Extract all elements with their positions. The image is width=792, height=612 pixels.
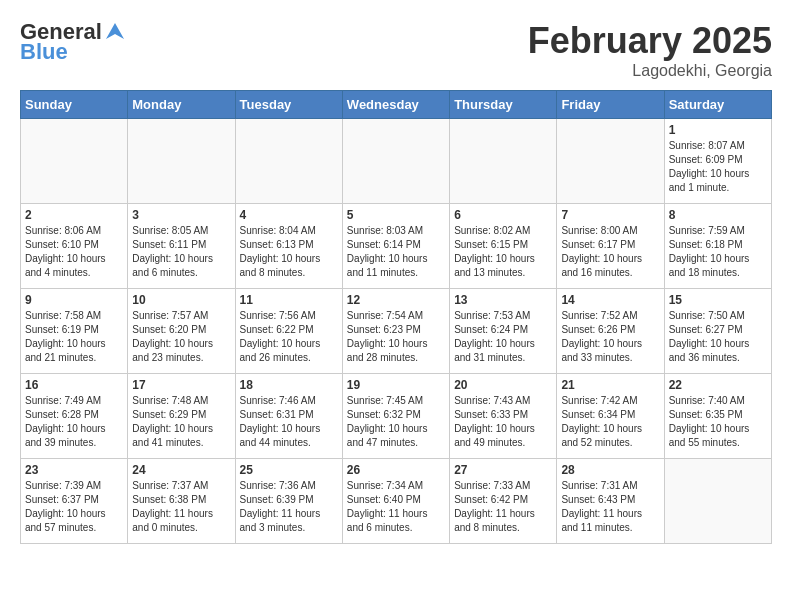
calendar-cell: 22Sunrise: 7:40 AM Sunset: 6:35 PM Dayli… bbox=[664, 374, 771, 459]
week-row-2: 2Sunrise: 8:06 AM Sunset: 6:10 PM Daylig… bbox=[21, 204, 772, 289]
day-number: 25 bbox=[240, 463, 338, 477]
day-number: 19 bbox=[347, 378, 445, 392]
day-number: 26 bbox=[347, 463, 445, 477]
day-info: Sunrise: 7:37 AM Sunset: 6:38 PM Dayligh… bbox=[132, 479, 230, 535]
calendar-cell: 7Sunrise: 8:00 AM Sunset: 6:17 PM Daylig… bbox=[557, 204, 664, 289]
calendar-cell bbox=[21, 119, 128, 204]
calendar-cell: 27Sunrise: 7:33 AM Sunset: 6:42 PM Dayli… bbox=[450, 459, 557, 544]
week-row-5: 23Sunrise: 7:39 AM Sunset: 6:37 PM Dayli… bbox=[21, 459, 772, 544]
day-number: 10 bbox=[132, 293, 230, 307]
calendar-cell: 2Sunrise: 8:06 AM Sunset: 6:10 PM Daylig… bbox=[21, 204, 128, 289]
day-number: 28 bbox=[561, 463, 659, 477]
calendar-cell: 17Sunrise: 7:48 AM Sunset: 6:29 PM Dayli… bbox=[128, 374, 235, 459]
day-info: Sunrise: 8:05 AM Sunset: 6:11 PM Dayligh… bbox=[132, 224, 230, 280]
page-header: General Blue February 2025 Lagodekhi, Ge… bbox=[20, 20, 772, 80]
calendar-cell bbox=[664, 459, 771, 544]
calendar-cell: 5Sunrise: 8:03 AM Sunset: 6:14 PM Daylig… bbox=[342, 204, 449, 289]
calendar-cell bbox=[450, 119, 557, 204]
calendar-cell: 13Sunrise: 7:53 AM Sunset: 6:24 PM Dayli… bbox=[450, 289, 557, 374]
calendar-cell bbox=[342, 119, 449, 204]
calendar-cell: 25Sunrise: 7:36 AM Sunset: 6:39 PM Dayli… bbox=[235, 459, 342, 544]
day-info: Sunrise: 7:42 AM Sunset: 6:34 PM Dayligh… bbox=[561, 394, 659, 450]
week-row-3: 9Sunrise: 7:58 AM Sunset: 6:19 PM Daylig… bbox=[21, 289, 772, 374]
day-info: Sunrise: 7:57 AM Sunset: 6:20 PM Dayligh… bbox=[132, 309, 230, 365]
calendar-cell: 4Sunrise: 8:04 AM Sunset: 6:13 PM Daylig… bbox=[235, 204, 342, 289]
day-number: 7 bbox=[561, 208, 659, 222]
day-info: Sunrise: 7:50 AM Sunset: 6:27 PM Dayligh… bbox=[669, 309, 767, 365]
calendar-cell: 23Sunrise: 7:39 AM Sunset: 6:37 PM Dayli… bbox=[21, 459, 128, 544]
day-info: Sunrise: 7:52 AM Sunset: 6:26 PM Dayligh… bbox=[561, 309, 659, 365]
day-info: Sunrise: 7:34 AM Sunset: 6:40 PM Dayligh… bbox=[347, 479, 445, 535]
calendar-cell: 18Sunrise: 7:46 AM Sunset: 6:31 PM Dayli… bbox=[235, 374, 342, 459]
calendar-cell: 11Sunrise: 7:56 AM Sunset: 6:22 PM Dayli… bbox=[235, 289, 342, 374]
day-info: Sunrise: 7:43 AM Sunset: 6:33 PM Dayligh… bbox=[454, 394, 552, 450]
day-info: Sunrise: 7:53 AM Sunset: 6:24 PM Dayligh… bbox=[454, 309, 552, 365]
weekday-header-friday: Friday bbox=[557, 91, 664, 119]
day-info: Sunrise: 8:07 AM Sunset: 6:09 PM Dayligh… bbox=[669, 139, 767, 195]
calendar-cell: 28Sunrise: 7:31 AM Sunset: 6:43 PM Dayli… bbox=[557, 459, 664, 544]
day-number: 4 bbox=[240, 208, 338, 222]
day-number: 18 bbox=[240, 378, 338, 392]
day-number: 12 bbox=[347, 293, 445, 307]
day-info: Sunrise: 7:40 AM Sunset: 6:35 PM Dayligh… bbox=[669, 394, 767, 450]
day-number: 5 bbox=[347, 208, 445, 222]
day-number: 20 bbox=[454, 378, 552, 392]
day-number: 17 bbox=[132, 378, 230, 392]
month-title: February 2025 bbox=[528, 20, 772, 62]
day-info: Sunrise: 7:48 AM Sunset: 6:29 PM Dayligh… bbox=[132, 394, 230, 450]
weekday-header-saturday: Saturday bbox=[664, 91, 771, 119]
week-row-4: 16Sunrise: 7:49 AM Sunset: 6:28 PM Dayli… bbox=[21, 374, 772, 459]
weekday-header-row: SundayMondayTuesdayWednesdayThursdayFrid… bbox=[21, 91, 772, 119]
day-number: 22 bbox=[669, 378, 767, 392]
day-info: Sunrise: 7:58 AM Sunset: 6:19 PM Dayligh… bbox=[25, 309, 123, 365]
calendar-cell: 1Sunrise: 8:07 AM Sunset: 6:09 PM Daylig… bbox=[664, 119, 771, 204]
calendar-cell: 9Sunrise: 7:58 AM Sunset: 6:19 PM Daylig… bbox=[21, 289, 128, 374]
calendar-cell: 19Sunrise: 7:45 AM Sunset: 6:32 PM Dayli… bbox=[342, 374, 449, 459]
calendar-cell: 24Sunrise: 7:37 AM Sunset: 6:38 PM Dayli… bbox=[128, 459, 235, 544]
day-info: Sunrise: 7:31 AM Sunset: 6:43 PM Dayligh… bbox=[561, 479, 659, 535]
calendar-cell bbox=[235, 119, 342, 204]
day-number: 2 bbox=[25, 208, 123, 222]
day-number: 3 bbox=[132, 208, 230, 222]
logo: General Blue bbox=[20, 20, 126, 64]
calendar-cell bbox=[557, 119, 664, 204]
calendar-cell: 21Sunrise: 7:42 AM Sunset: 6:34 PM Dayli… bbox=[557, 374, 664, 459]
title-block: February 2025 Lagodekhi, Georgia bbox=[528, 20, 772, 80]
svg-marker-0 bbox=[106, 23, 124, 39]
weekday-header-thursday: Thursday bbox=[450, 91, 557, 119]
day-number: 13 bbox=[454, 293, 552, 307]
day-info: Sunrise: 7:33 AM Sunset: 6:42 PM Dayligh… bbox=[454, 479, 552, 535]
calendar-cell: 20Sunrise: 7:43 AM Sunset: 6:33 PM Dayli… bbox=[450, 374, 557, 459]
calendar-cell bbox=[128, 119, 235, 204]
day-number: 15 bbox=[669, 293, 767, 307]
day-number: 6 bbox=[454, 208, 552, 222]
calendar-cell: 12Sunrise: 7:54 AM Sunset: 6:23 PM Dayli… bbox=[342, 289, 449, 374]
day-info: Sunrise: 8:04 AM Sunset: 6:13 PM Dayligh… bbox=[240, 224, 338, 280]
day-number: 8 bbox=[669, 208, 767, 222]
day-number: 24 bbox=[132, 463, 230, 477]
weekday-header-wednesday: Wednesday bbox=[342, 91, 449, 119]
day-info: Sunrise: 8:02 AM Sunset: 6:15 PM Dayligh… bbox=[454, 224, 552, 280]
day-number: 11 bbox=[240, 293, 338, 307]
day-info: Sunrise: 7:39 AM Sunset: 6:37 PM Dayligh… bbox=[25, 479, 123, 535]
day-info: Sunrise: 7:49 AM Sunset: 6:28 PM Dayligh… bbox=[25, 394, 123, 450]
day-info: Sunrise: 8:03 AM Sunset: 6:14 PM Dayligh… bbox=[347, 224, 445, 280]
calendar-cell: 3Sunrise: 8:05 AM Sunset: 6:11 PM Daylig… bbox=[128, 204, 235, 289]
day-info: Sunrise: 7:46 AM Sunset: 6:31 PM Dayligh… bbox=[240, 394, 338, 450]
calendar-cell: 16Sunrise: 7:49 AM Sunset: 6:28 PM Dayli… bbox=[21, 374, 128, 459]
day-info: Sunrise: 8:06 AM Sunset: 6:10 PM Dayligh… bbox=[25, 224, 123, 280]
calendar-cell: 26Sunrise: 7:34 AM Sunset: 6:40 PM Dayli… bbox=[342, 459, 449, 544]
day-number: 16 bbox=[25, 378, 123, 392]
day-info: Sunrise: 7:45 AM Sunset: 6:32 PM Dayligh… bbox=[347, 394, 445, 450]
calendar-table: SundayMondayTuesdayWednesdayThursdayFrid… bbox=[20, 90, 772, 544]
calendar-cell: 15Sunrise: 7:50 AM Sunset: 6:27 PM Dayli… bbox=[664, 289, 771, 374]
calendar-cell: 10Sunrise: 7:57 AM Sunset: 6:20 PM Dayli… bbox=[128, 289, 235, 374]
day-number: 9 bbox=[25, 293, 123, 307]
day-info: Sunrise: 7:56 AM Sunset: 6:22 PM Dayligh… bbox=[240, 309, 338, 365]
location: Lagodekhi, Georgia bbox=[528, 62, 772, 80]
day-number: 21 bbox=[561, 378, 659, 392]
logo-icon bbox=[104, 21, 126, 43]
day-number: 1 bbox=[669, 123, 767, 137]
day-number: 14 bbox=[561, 293, 659, 307]
day-number: 23 bbox=[25, 463, 123, 477]
